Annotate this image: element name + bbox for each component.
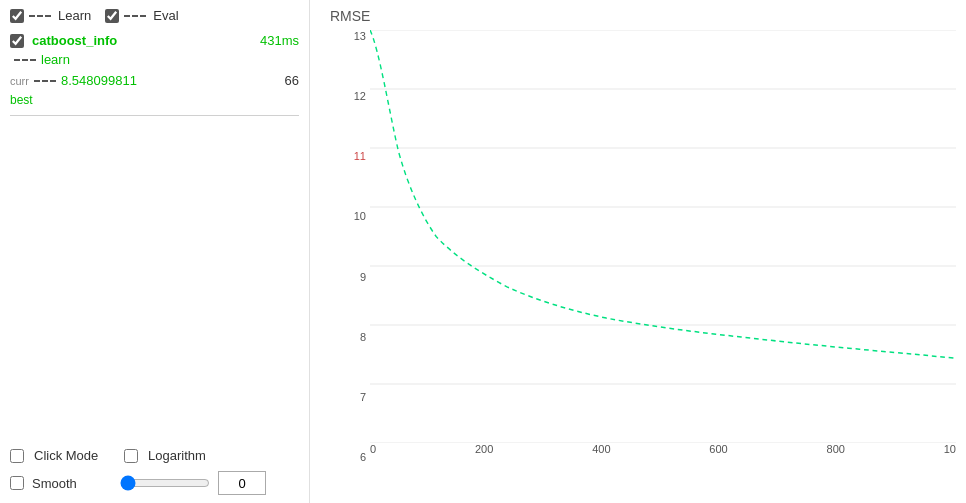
smooth-label: Smooth	[32, 476, 112, 491]
learn-legend-label: Learn	[58, 8, 91, 23]
curr-iter: 66	[285, 73, 299, 88]
logarithm-label: Logarithm	[148, 448, 228, 463]
smooth-row: Smooth	[10, 471, 299, 495]
click-mode-checkbox[interactable]	[10, 449, 24, 463]
smooth-checkbox[interactable]	[10, 476, 24, 490]
y-label-13: 13	[354, 30, 366, 42]
chart-inner	[370, 30, 956, 443]
eval-legend-label: Eval	[153, 8, 178, 23]
chart-title: RMSE	[330, 8, 370, 24]
y-label-8: 8	[360, 331, 366, 343]
eval-dash-icon	[124, 15, 146, 17]
left-panel: Learn Eval catboost_info 431ms learn cur…	[0, 0, 310, 503]
learn-dash-line-icon	[14, 59, 36, 61]
smooth-slider-container	[120, 475, 210, 491]
x-axis: 0 200 400 600 800 10	[370, 443, 956, 463]
learn-curve	[370, 30, 956, 358]
chart-area: RMSE 13 12 11 10 9 8 7 6	[310, 0, 966, 503]
curr-dash-icon	[34, 80, 56, 82]
bottom-controls: Click Mode Logarithm Smooth	[10, 448, 299, 495]
learn-checkbox[interactable]	[10, 9, 24, 23]
x-label-800: 800	[827, 443, 845, 463]
curr-value: 8.548099811	[61, 73, 137, 88]
y-label-7: 7	[360, 391, 366, 403]
catboost-checkbox[interactable]	[10, 34, 24, 48]
best-label: best	[10, 92, 299, 107]
learn-legend-item: Learn	[10, 8, 91, 23]
logarithm-checkbox[interactable]	[124, 449, 138, 463]
learn-row: learn	[10, 52, 299, 67]
eval-checkbox[interactable]	[105, 9, 119, 23]
x-label-600: 600	[709, 443, 727, 463]
y-label-10: 10	[354, 210, 366, 222]
eval-legend-item: Eval	[105, 8, 178, 23]
x-label-400: 400	[592, 443, 610, 463]
y-label-12: 12	[354, 90, 366, 102]
catboost-info-row: catboost_info 431ms	[10, 33, 299, 48]
x-label-200: 200	[475, 443, 493, 463]
chart-svg	[370, 30, 956, 443]
y-label-11: 11	[354, 150, 366, 162]
click-mode-row: Click Mode Logarithm	[10, 448, 299, 463]
y-axis: 13 12 11 10 9 8 7 6	[340, 30, 370, 463]
divider	[10, 115, 299, 116]
curr-row: curr 8.548099811 66	[10, 73, 299, 88]
x-label-0: 0	[370, 443, 376, 463]
y-label-9: 9	[360, 271, 366, 283]
learn-dash-icon	[29, 15, 51, 17]
learn-text: learn	[41, 52, 70, 67]
y-label-6: 6	[360, 451, 366, 463]
catboost-name: catboost_info	[32, 33, 117, 48]
catboost-time: 431ms	[260, 33, 299, 48]
x-label-1000: 10	[944, 443, 956, 463]
smooth-slider[interactable]	[120, 475, 210, 491]
click-mode-label: Click Mode	[34, 448, 114, 463]
legend-row: Learn Eval	[10, 8, 299, 23]
chart-wrapper: 13 12 11 10 9 8 7 6	[340, 30, 956, 463]
curr-prefix: curr	[10, 75, 29, 87]
smooth-input[interactable]	[218, 471, 266, 495]
